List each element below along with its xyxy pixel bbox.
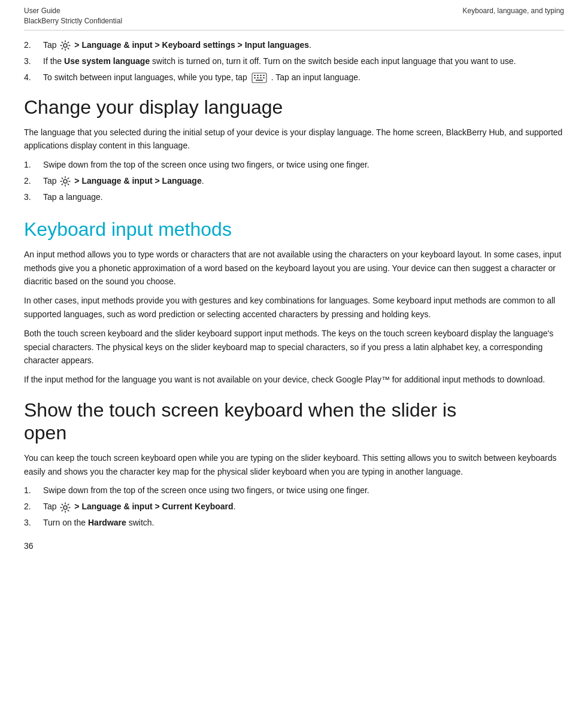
header-left: User Guide BlackBerry Strictly Confident…	[24, 6, 122, 26]
step-item-2-tap-current: 2. Tap > Language & input > Current Keyb…	[24, 500, 564, 513]
step-item-2-input: 2. Tap > Language & input > Keyboard set…	[24, 39, 564, 51]
header-right: Keyboard, language, and typing	[463, 6, 564, 16]
keyboard-input-body4: If the input method for the language you…	[24, 373, 564, 386]
step-prefix: Tap	[43, 40, 57, 50]
step-text-before: If the	[43, 56, 62, 66]
step-text-after: switch.	[129, 518, 154, 527]
show-touch-body1: You can keep the touch screen keyboard o…	[24, 451, 564, 478]
keyboard-icon	[251, 72, 267, 83]
steps-input-languages: 2. Tap > Language & input > Keyboard set…	[24, 39, 564, 84]
step-text: Tap > Language & input > Keyboard settin…	[43, 39, 311, 51]
svg-point-11	[63, 180, 67, 183]
svg-rect-10	[256, 80, 263, 81]
svg-point-0	[63, 44, 67, 47]
step-nav-bold: > Language & input > Keyboard settings >…	[74, 40, 309, 50]
step-text: Tap > Language & input > Current Keyboar…	[43, 500, 236, 513]
step-number: 3.	[24, 191, 43, 203]
step-item-4-switch: 4. To switch between input languages, wh…	[24, 71, 564, 84]
step-text: Tap > Language & input > Language.	[43, 175, 204, 187]
step-number: 3.	[24, 517, 43, 529]
step-text-after: . Tap an input language.	[271, 72, 360, 82]
header-user-guide: User Guide	[24, 6, 122, 16]
svg-point-12	[63, 506, 67, 509]
step-prefix: Tap	[43, 176, 57, 186]
step-number: 4.	[24, 71, 43, 84]
step-text-after: switch is turned on, turn it off. Turn o…	[152, 56, 516, 66]
step-number: 2.	[24, 500, 43, 513]
section-title-show-touch: Show the touch screen keyboard when the …	[24, 399, 564, 445]
step-text-before: To switch between input languages, while…	[43, 72, 247, 82]
keyboard-input-body3: Both the touch screen keyboard and the s…	[24, 327, 564, 367]
step-nav-bold: > Language & input > Language	[74, 176, 201, 186]
step-text: Swipe down from the top of the screen on…	[43, 484, 369, 497]
step-nav-bold: > Language & input > Current Keyboard	[74, 502, 233, 511]
settings-icon	[60, 40, 71, 51]
step-number: 1.	[24, 159, 43, 171]
step-text: Swipe down from the top of the screen on…	[43, 159, 369, 171]
keyboard-input-body2: In other cases, input methods provide yo…	[24, 294, 564, 321]
change-display-body1: The language that you selected during th…	[24, 126, 564, 153]
step-prefix: Tap	[43, 502, 57, 511]
step-item-2-tap-language: 2. Tap > Language & input > Language.	[24, 175, 564, 187]
page-header: User Guide BlackBerry Strictly Confident…	[24, 6, 564, 31]
svg-rect-8	[260, 77, 262, 78]
keyboard-input-body1: An input method allows you to type words…	[24, 248, 564, 288]
svg-rect-5	[263, 75, 265, 76]
step-text: Tap a language.	[43, 191, 103, 203]
section-title-change-display: Change your display language	[24, 96, 564, 119]
step-item-3-use-system: 3. If the Use system language switch is …	[24, 55, 564, 68]
steps-change-display: 1. Swipe down from the top of the screen…	[24, 159, 564, 203]
step-number: 3.	[24, 55, 43, 68]
svg-rect-7	[257, 77, 259, 78]
svg-rect-3	[257, 75, 259, 76]
title-line2: open	[24, 422, 66, 444]
section-title-keyboard-input: Keyboard input methods	[24, 218, 564, 241]
step-bold: Hardware	[88, 518, 126, 527]
svg-rect-9	[263, 77, 265, 78]
step-item-3-tap-language: 3. Tap a language.	[24, 191, 564, 203]
svg-rect-6	[254, 77, 256, 78]
step-item-3-hardware: 3. Turn on the Hardware switch.	[24, 517, 564, 529]
settings-icon	[60, 176, 71, 187]
step-number: 1.	[24, 484, 43, 497]
steps-show-touch: 1. Swipe down from the top of the screen…	[24, 484, 564, 529]
header-confidential: BlackBerry Strictly Confidential	[24, 16, 122, 26]
step-text: Turn on the Hardware switch.	[43, 517, 154, 529]
header-chapter: Keyboard, language, and typing	[463, 6, 564, 16]
step-text: If the Use system language switch is tur…	[43, 55, 516, 68]
step-number: 2.	[24, 39, 43, 51]
page-number: 36	[24, 541, 564, 551]
svg-rect-2	[254, 75, 256, 76]
step-number: 2.	[24, 175, 43, 187]
step-item-1-swipe-display: 1. Swipe down from the top of the screen…	[24, 159, 564, 171]
step-item-1-swipe-show: 1. Swipe down from the top of the screen…	[24, 484, 564, 497]
settings-icon	[60, 502, 71, 513]
title-line1: Show the touch screen keyboard when the …	[24, 399, 456, 421]
step-text: To switch between input languages, while…	[43, 71, 360, 84]
page-container: User Guide BlackBerry Strictly Confident…	[0, 0, 588, 726]
svg-rect-4	[260, 75, 262, 76]
step-bold: Use system language	[64, 56, 150, 66]
step-text-before: Turn on the	[43, 518, 86, 527]
